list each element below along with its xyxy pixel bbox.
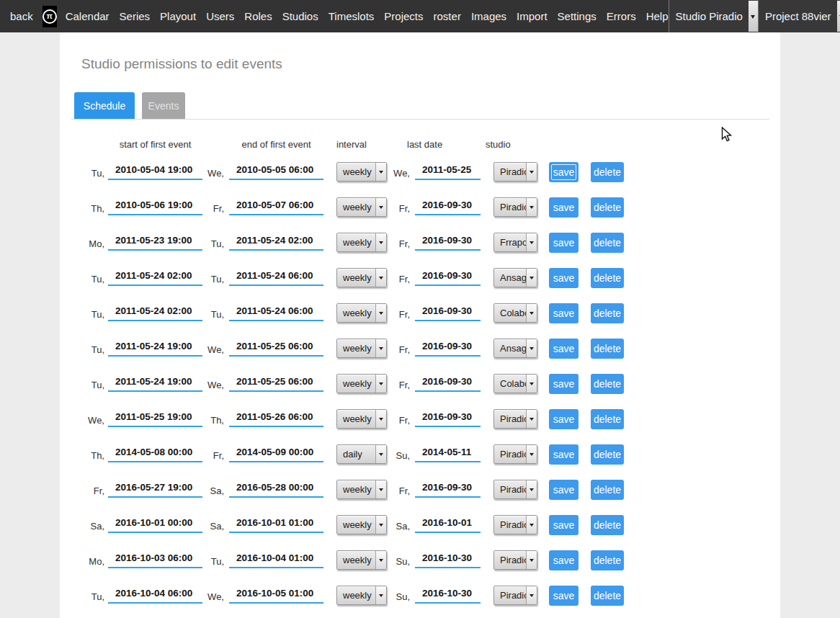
delete-button[interactable]: delete: [591, 233, 624, 253]
last-date-input[interactable]: [415, 550, 481, 568]
studio-select[interactable]: Studio Piradio: [669, 0, 758, 32]
end-of-first-event-input[interactable]: [229, 585, 323, 604]
delete-button[interactable]: delete: [591, 444, 624, 465]
save-button[interactable]: save: [549, 374, 578, 394]
interval-select[interactable]: weekly: [336, 515, 387, 534]
studio-row-select[interactable]: Piradio: [493, 162, 537, 182]
nav-item-calendar[interactable]: Calendar: [66, 10, 110, 22]
nav-item-help[interactable]: Help: [646, 10, 669, 22]
last-date-input[interactable]: [415, 479, 481, 498]
start-of-first-event-input[interactable]: [108, 514, 202, 533]
interval-select[interactable]: weekly: [336, 550, 387, 570]
start-of-first-event-input[interactable]: [108, 408, 202, 427]
last-date-input[interactable]: [415, 585, 481, 604]
start-of-first-event-input[interactable]: [108, 303, 202, 321]
last-date-input[interactable]: [415, 267, 481, 286]
project-select[interactable]: Project 88vier: [758, 0, 840, 32]
studio-row-select[interactable]: Piradio: [493, 444, 537, 464]
studio-row-select[interactable]: Ansage: [493, 339, 537, 358]
save-button[interactable]: save: [549, 233, 578, 253]
tab-events[interactable]: Events: [142, 92, 185, 119]
delete-button[interactable]: delete: [591, 339, 624, 359]
nav-back-link[interactable]: back: [10, 10, 33, 22]
save-button[interactable]: save: [549, 515, 578, 535]
start-of-first-event-input[interactable]: [108, 444, 202, 462]
start-of-first-event-input[interactable]: [108, 161, 202, 180]
nav-item-roles[interactable]: Roles: [244, 10, 272, 22]
delete-button[interactable]: delete: [591, 550, 624, 570]
studio-row-select[interactable]: Piradio: [493, 480, 537, 499]
last-date-input[interactable]: [415, 338, 481, 357]
save-button[interactable]: save: [549, 303, 578, 323]
save-button[interactable]: save: [549, 268, 578, 288]
end-of-first-event-input[interactable]: [229, 444, 323, 462]
last-date-input[interactable]: [415, 444, 481, 462]
interval-select[interactable]: weekly: [336, 162, 387, 182]
delete-button[interactable]: delete: [591, 162, 624, 182]
start-of-first-event-input[interactable]: [108, 267, 202, 286]
studio-row-select[interactable]: Colabo: [493, 374, 537, 393]
end-of-first-event-input[interactable]: [229, 267, 323, 286]
nav-item-users[interactable]: Users: [206, 10, 234, 22]
last-date-input[interactable]: [415, 408, 481, 427]
delete-button[interactable]: delete: [591, 480, 624, 500]
interval-select[interactable]: weekly: [336, 303, 387, 323]
interval-select[interactable]: weekly: [336, 409, 387, 429]
studio-row-select[interactable]: Piradio: [493, 197, 537, 217]
nav-item-roster[interactable]: roster: [434, 10, 461, 22]
interval-select[interactable]: weekly: [336, 268, 387, 287]
end-of-first-event-input[interactable]: [229, 408, 323, 427]
interval-select[interactable]: weekly: [336, 339, 387, 358]
delete-button[interactable]: delete: [591, 268, 624, 288]
delete-button[interactable]: delete: [591, 515, 624, 535]
last-date-input[interactable]: [415, 373, 481, 392]
start-of-first-event-input[interactable]: [108, 550, 202, 568]
end-of-first-event-input[interactable]: [229, 232, 323, 251]
studio-row-select[interactable]: Frrapo: [493, 233, 537, 252]
delete-button[interactable]: delete: [591, 374, 624, 394]
nav-item-studios[interactable]: Studios: [282, 10, 318, 22]
end-of-first-event-input[interactable]: [229, 373, 323, 392]
start-of-first-event-input[interactable]: [108, 585, 202, 604]
save-button[interactable]: save: [549, 197, 578, 218]
save-button[interactable]: save: [549, 586, 578, 606]
delete-button[interactable]: delete: [591, 303, 624, 323]
tab-schedule[interactable]: Schedule: [74, 92, 135, 119]
save-button[interactable]: save: [549, 550, 578, 570]
nav-item-playout[interactable]: Playout: [160, 10, 196, 22]
last-date-input[interactable]: [415, 197, 481, 215]
end-of-first-event-input[interactable]: [229, 550, 323, 568]
interval-select[interactable]: weekly: [336, 586, 387, 605]
interval-select[interactable]: weekly: [336, 480, 387, 499]
end-of-first-event-input[interactable]: [229, 303, 323, 321]
last-date-input[interactable]: [415, 232, 481, 251]
start-of-first-event-input[interactable]: [108, 373, 202, 392]
interval-select[interactable]: weekly: [336, 233, 387, 252]
last-date-input[interactable]: [415, 161, 481, 180]
delete-button[interactable]: delete: [591, 409, 624, 429]
save-button[interactable]: save: [549, 480, 578, 500]
start-of-first-event-input[interactable]: [108, 338, 202, 357]
interval-select[interactable]: weekly: [336, 374, 387, 393]
save-button[interactable]: save: [549, 444, 578, 465]
studio-row-select[interactable]: Colabo: [493, 303, 537, 323]
start-of-first-event-input[interactable]: [108, 197, 202, 215]
save-button[interactable]: save: [549, 409, 578, 429]
end-of-first-event-input[interactable]: [229, 161, 323, 180]
start-of-first-event-input[interactable]: [108, 479, 202, 498]
last-date-input[interactable]: [415, 514, 481, 533]
save-button[interactable]: save: [549, 162, 578, 182]
nav-item-projects[interactable]: Projects: [384, 10, 423, 22]
end-of-first-event-input[interactable]: [229, 197, 323, 215]
start-of-first-event-input[interactable]: [108, 232, 202, 251]
delete-button[interactable]: delete: [591, 586, 624, 606]
delete-button[interactable]: delete: [591, 197, 624, 218]
save-button[interactable]: save: [549, 339, 578, 359]
studio-row-select[interactable]: Ansage: [493, 268, 537, 287]
nav-item-errors[interactable]: Errors: [607, 10, 636, 22]
interval-select[interactable]: weekly: [336, 197, 387, 217]
nav-item-import[interactable]: Import: [517, 10, 548, 22]
nav-item-images[interactable]: Images: [471, 10, 506, 22]
end-of-first-event-input[interactable]: [229, 514, 323, 533]
piradio-logo[interactable]: π: [43, 6, 57, 27]
